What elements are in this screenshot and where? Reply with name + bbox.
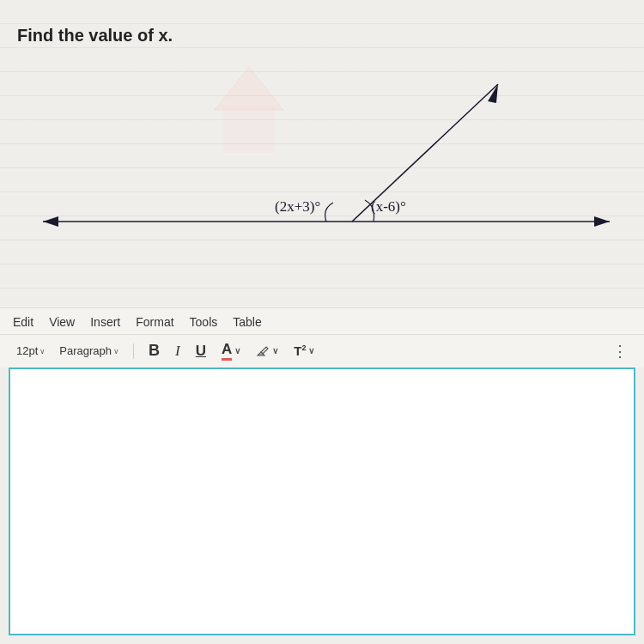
formatting-bar: 12pt ∨ Paragraph ∨ B I U A ∨ xyxy=(0,334,644,368)
question-area: Find the value of x. xyxy=(0,0,644,307)
right-arrowhead xyxy=(594,216,610,227)
highlight-rect xyxy=(223,106,275,153)
highlight-icon xyxy=(256,344,270,358)
superscript-label: T2 xyxy=(294,343,306,358)
paragraph-chevron: ∨ xyxy=(113,347,119,355)
menu-bar: Edit View Insert Format Tools Table xyxy=(0,308,644,334)
text-color-a-group: A xyxy=(222,341,232,361)
superscript-button[interactable]: T2 ∨ xyxy=(289,342,319,360)
more-options-button[interactable]: ⋮ xyxy=(609,340,631,362)
paragraph-style-label: Paragraph xyxy=(59,344,112,357)
highlight-button[interactable]: ∨ xyxy=(252,343,283,360)
font-size-chevron: ∨ xyxy=(39,347,46,355)
geometry-diagram: (2x+3)° (x-6)° xyxy=(17,58,627,299)
menu-table[interactable]: Table xyxy=(233,315,261,329)
menu-format[interactable]: Format xyxy=(136,315,173,329)
text-color-label: A xyxy=(222,341,232,358)
diagonal-arrowhead xyxy=(488,84,498,103)
question-title: Find the value of x. xyxy=(17,26,627,46)
text-color-button[interactable]: A ∨ xyxy=(217,339,245,362)
font-size-value: 12pt xyxy=(16,344,38,357)
highlight-chevron: ∨ xyxy=(272,346,278,355)
superscript-chevron: ∨ xyxy=(308,346,314,355)
angle-arc-left xyxy=(325,203,333,222)
page-container: Find the value of x. xyxy=(0,0,644,644)
menu-tools[interactable]: Tools xyxy=(190,315,218,329)
answer-input-area[interactable] xyxy=(9,368,635,635)
toolbar-container: Edit View Insert Format Tools Table 12pt… xyxy=(0,307,644,368)
menu-insert[interactable]: Insert xyxy=(90,315,120,329)
angle-left-label: (2x+3)° xyxy=(275,198,320,215)
font-size-selector[interactable]: 12pt ∨ xyxy=(13,343,49,359)
text-color-underline xyxy=(222,358,232,361)
diagram-area: (2x+3)° (x-6)° xyxy=(17,58,627,299)
menu-view[interactable]: View xyxy=(49,315,75,329)
text-color-chevron: ∨ xyxy=(234,346,240,355)
left-arrowhead xyxy=(43,216,58,227)
toolbar-divider-1 xyxy=(133,343,134,359)
bold-button[interactable]: B xyxy=(144,340,164,361)
paragraph-style-selector[interactable]: Paragraph ∨ xyxy=(56,343,123,359)
underline-button[interactable]: U xyxy=(191,341,210,361)
italic-button[interactable]: I xyxy=(171,341,185,361)
highlight-shape xyxy=(215,67,283,110)
angle-right-label: (x-6)° xyxy=(371,198,406,215)
menu-edit[interactable]: Edit xyxy=(13,315,33,329)
